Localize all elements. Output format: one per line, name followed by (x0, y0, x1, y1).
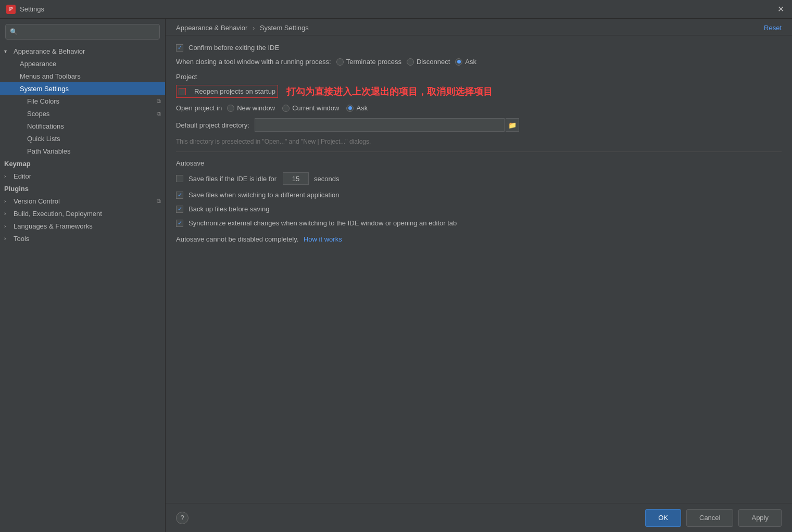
disconnect-radio[interactable] (407, 58, 414, 66)
current-window-option[interactable]: Current window (282, 104, 339, 112)
save-idle-label-after: seconds (314, 175, 339, 183)
close-button[interactable]: ✕ (775, 4, 786, 15)
sidebar-item-menus-toolbars[interactable]: Menus and Toolbars (0, 70, 165, 82)
ask-process-option[interactable]: Ask (455, 58, 476, 66)
confirm-exit-label: Confirm before exiting the IDE (188, 44, 279, 52)
new-window-option[interactable]: New window (227, 104, 275, 112)
app-icon: P (6, 5, 16, 14)
ask-process-radio[interactable] (455, 58, 462, 66)
open-project-row: Open project in New window Current windo… (176, 104, 782, 112)
content-panel: Appearance & Behavior › System Settings … (166, 19, 792, 532)
folder-browse-button[interactable]: 📁 (506, 118, 519, 132)
default-dir-input[interactable] (255, 118, 505, 132)
backup-saving-row: Back up files before saving (176, 205, 782, 213)
confirm-exit-checkbox[interactable] (176, 44, 183, 52)
expand-arrow-icon: › (4, 223, 11, 229)
sidebar-item-path-variables[interactable]: Path Variables (0, 145, 165, 157)
sidebar-item-tools[interactable]: › Tools (0, 232, 165, 245)
terminate-radio[interactable] (336, 58, 344, 66)
save-idle-checkbox[interactable] (176, 175, 183, 182)
sidebar-item-quick-lists[interactable]: Quick Lists (0, 132, 165, 145)
reset-button[interactable]: Reset (764, 24, 782, 32)
default-dir-label: Default project directory: (176, 121, 249, 129)
footer: ? OK Cancel Apply (166, 503, 792, 532)
footer-left: ? (176, 512, 188, 524)
sidebar-item-file-colors[interactable]: File Colors ⧉ (0, 95, 165, 107)
idle-seconds-input[interactable] (283, 172, 309, 185)
sidebar-tree: ▾ Appearance & Behavior Appearance Menus… (0, 43, 165, 532)
autosave-note-text: Autosave cannot be disabled completely. (176, 235, 298, 243)
save-idle-row: Save files if the IDE is idle for second… (176, 172, 782, 185)
save-switching-checkbox[interactable] (176, 192, 183, 199)
sidebar-item-scopes[interactable]: Scopes ⧉ (0, 107, 165, 120)
save-idle-label-before: Save files if the IDE is idle for (188, 175, 276, 183)
sidebar-item-editor[interactable]: › Editor (0, 170, 165, 182)
copy-icon: ⧉ (157, 110, 161, 117)
backup-saving-label: Back up files before saving (188, 205, 269, 213)
breadcrumb-separator: › (253, 24, 257, 32)
backup-saving-checkbox[interactable] (176, 206, 183, 213)
disconnect-option[interactable]: Disconnect (407, 58, 450, 66)
apply-button[interactable]: Apply (738, 509, 782, 527)
sidebar-item-version-control[interactable]: › Version Control ⧉ (0, 195, 165, 207)
search-icon: 🔍 (10, 28, 18, 35)
sidebar-item-keymap[interactable]: Keymap (0, 157, 165, 170)
content-header: Appearance & Behavior › System Settings … (166, 19, 792, 35)
search-box[interactable]: 🔍 (5, 24, 160, 40)
sidebar-item-notifications[interactable]: Notifications (0, 120, 165, 132)
project-section-label: Project (176, 73, 782, 81)
sidebar-item-appearance[interactable]: Appearance (0, 57, 165, 70)
settings-body: Confirm before exiting the IDE When clos… (166, 35, 792, 503)
main-content: 🔍 ▾ Appearance & Behavior Appearance Men… (0, 19, 792, 532)
ask-project-label: Ask (356, 104, 368, 112)
autosave-note-row: Autosave cannot be disabled completely. … (176, 235, 782, 243)
confirm-exit-row: Confirm before exiting the IDE (176, 44, 782, 52)
footer-right: OK Cancel Apply (645, 509, 782, 527)
expand-arrow-icon: › (4, 173, 11, 179)
cancel-button[interactable]: Cancel (686, 509, 733, 527)
open-project-label: Open project in (176, 104, 222, 112)
disconnect-label: Disconnect (417, 58, 450, 66)
ask-project-radio[interactable] (346, 105, 354, 112)
expand-arrow-icon: ▾ (4, 48, 11, 54)
breadcrumb: Appearance & Behavior › System Settings (176, 24, 309, 32)
terminate-option[interactable]: Terminate process (336, 58, 401, 66)
ask-project-option[interactable]: Ask (346, 104, 368, 112)
save-switching-row: Save files when switching to a different… (176, 191, 782, 199)
expand-arrow-icon: › (4, 198, 11, 204)
copy-icon: ⧉ (157, 198, 161, 205)
new-window-label: New window (237, 104, 275, 112)
current-window-label: Current window (292, 104, 339, 112)
reopen-projects-checkbox[interactable] (179, 88, 186, 95)
dir-hint-text: This directory is preselected in "Open..… (176, 138, 782, 145)
copy-icon: ⧉ (157, 98, 161, 105)
help-button[interactable]: ? (176, 512, 188, 524)
how-it-works-link[interactable]: How it works (304, 235, 342, 243)
autosave-section-label: Autosave (176, 159, 782, 167)
expand-arrow-icon: › (4, 211, 11, 217)
save-switching-label: Save files when switching to a different… (188, 191, 340, 199)
sidebar-item-appearance-behavior[interactable]: ▾ Appearance & Behavior (0, 45, 165, 57)
default-dir-row: Default project directory: 📁 (176, 118, 782, 132)
closing-process-row: When closing a tool window with a runnin… (176, 58, 782, 66)
sidebar-item-plugins[interactable]: Plugins (0, 182, 165, 195)
sidebar-item-languages-frameworks[interactable]: › Languages & Frameworks (0, 220, 165, 232)
sidebar-item-build-execution[interactable]: › Build, Execution, Deployment (0, 207, 165, 220)
closing-process-label: When closing a tool window with a runnin… (176, 58, 331, 66)
sidebar: 🔍 ▾ Appearance & Behavior Appearance Men… (0, 19, 166, 532)
sync-external-row: Synchronize external changes when switch… (176, 219, 782, 227)
current-window-radio[interactable] (282, 105, 290, 112)
sync-external-label: Synchronize external changes when switch… (188, 219, 457, 227)
section-divider (176, 151, 782, 152)
sync-external-checkbox[interactable] (176, 220, 183, 227)
sidebar-item-system-settings[interactable]: System Settings (0, 82, 165, 95)
reopen-projects-label: Reopen projects on startup (194, 87, 275, 95)
search-input[interactable] (20, 28, 155, 36)
new-window-radio[interactable] (227, 105, 234, 112)
reopen-projects-row: Reopen projects on startup 打勾为直接进入上次退出的项… (176, 85, 782, 98)
ok-button[interactable]: OK (645, 509, 681, 527)
window-title: Settings (20, 5, 775, 13)
settings-window: P Settings ✕ 🔍 ▾ Appearance & Behavior A… (0, 0, 792, 532)
annotation-text: 打勾为直接进入上次退出的项目，取消则选择项目 (286, 85, 493, 98)
reopen-highlighted-box: Reopen projects on startup (176, 85, 278, 98)
